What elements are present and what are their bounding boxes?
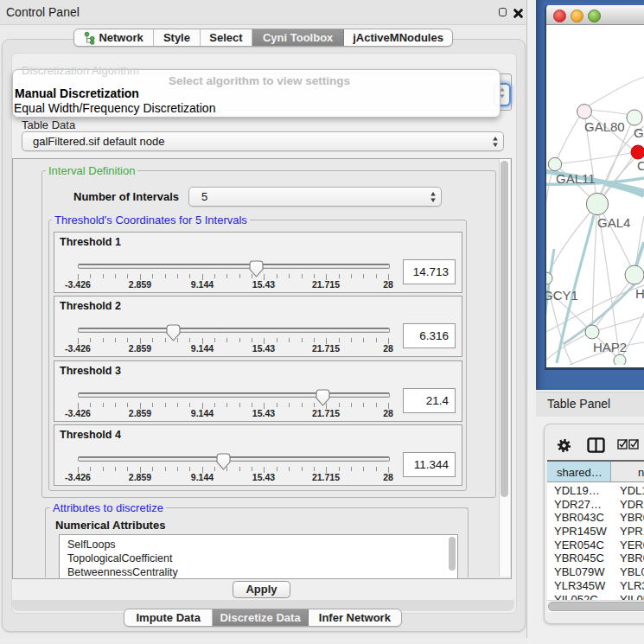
svg-text:H: H [635,286,644,301]
svg-text:GA: GA [634,125,644,140]
svg-text:C: C [637,158,644,173]
svg-text:GCY1: GCY1 [546,288,578,303]
svg-text:GAL4: GAL4 [597,215,630,230]
svg-text:GAL11: GAL11 [556,171,596,186]
svg-text:HAP2: HAP2 [593,340,627,354]
svg-text:GAL80: GAL80 [584,119,625,134]
